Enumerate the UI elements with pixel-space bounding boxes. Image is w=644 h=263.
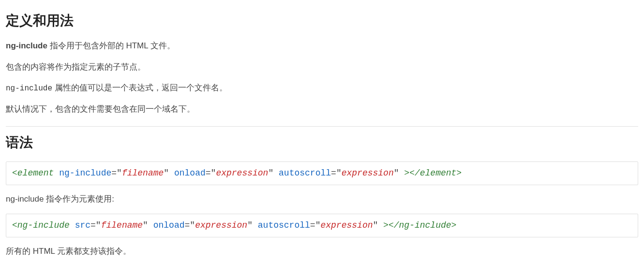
code-quote: " xyxy=(268,168,273,178)
paragraph-syntax-mid: ng-include 指令作为元素使用: xyxy=(6,193,638,205)
code-quote: " xyxy=(247,220,253,230)
code-eq: = xyxy=(206,168,211,178)
code-quote: " xyxy=(117,168,122,178)
code-close-tag: </element> xyxy=(409,168,462,178)
code-close-open: > xyxy=(399,168,410,178)
code-quote: " xyxy=(394,168,399,178)
code-quote: " xyxy=(373,220,378,230)
code-attr-1: ng-include xyxy=(59,168,111,178)
code-quote: " xyxy=(96,220,101,230)
divider xyxy=(6,126,638,127)
syntax-code-block-2: <ng-include src="filename" onload="expre… xyxy=(6,214,638,237)
code-close-open: > xyxy=(378,220,389,230)
code-quote: " xyxy=(315,220,321,230)
code-attr-3: autoscroll xyxy=(279,168,331,178)
paragraph-definition-3-rest: 属性的值可以是一个表达式，返回一个文件名。 xyxy=(52,83,227,92)
code-val-3: expression xyxy=(342,168,394,178)
code-eq: = xyxy=(90,220,96,230)
code-eq: = xyxy=(310,220,315,230)
paragraph-definition-4: 默认情况下，包含的文件需要包含在同一个域名下。 xyxy=(6,103,638,116)
paragraph-definition-2: 包含的内容将作为指定元素的子节点。 xyxy=(6,61,638,73)
code-open-tag: <element xyxy=(12,168,54,178)
code-eq: = xyxy=(331,168,336,178)
code-attr-1: src xyxy=(75,220,90,230)
code-attr-2: onload xyxy=(153,220,185,230)
code-val-1: filename xyxy=(101,220,143,230)
paragraph-definition-3: ng-include 属性的值可以是一个表达式，返回一个文件名。 xyxy=(6,82,638,94)
code-eq: = xyxy=(111,168,117,178)
heading-syntax: 语法 xyxy=(6,133,638,152)
ng-include-bold: ng-include xyxy=(6,41,47,50)
syntax-code-block-1: <element ng-include="filename" onload="e… xyxy=(6,161,638,185)
code-attr-2: onload xyxy=(174,168,206,178)
code-val-1: filename xyxy=(122,168,164,178)
code-quote: " xyxy=(164,168,169,178)
code-val-2: expression xyxy=(195,220,247,230)
heading-definition: 定义和用法 xyxy=(6,12,638,30)
code-close-tag: </ng-include> xyxy=(389,220,456,230)
code-quote: " xyxy=(211,168,216,178)
ng-include-code: ng-include xyxy=(6,84,52,93)
paragraph-definition-1-rest: 指令用于包含外部的 HTML 文件。 xyxy=(47,41,175,50)
code-attr-3: autoscroll xyxy=(258,220,310,230)
code-quote: " xyxy=(336,168,342,178)
code-quote: " xyxy=(143,220,148,230)
paragraph-syntax-end: 所有的 HTML 元素都支持该指令。 xyxy=(6,245,638,258)
code-open-tag: <ng-include xyxy=(12,220,70,230)
code-val-2: expression xyxy=(216,168,268,178)
code-quote: " xyxy=(190,220,195,230)
code-eq: = xyxy=(185,220,190,230)
code-val-3: expression xyxy=(320,220,373,230)
paragraph-definition-1: ng-include 指令用于包含外部的 HTML 文件。 xyxy=(6,40,638,52)
